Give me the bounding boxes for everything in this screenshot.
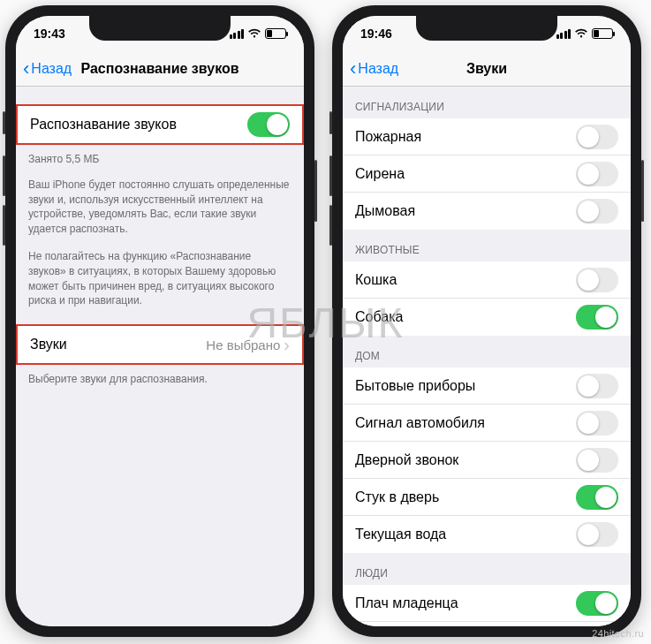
- sound-toggle-row: Крик: [343, 622, 631, 626]
- wifi-icon: [247, 28, 261, 39]
- sound-toggle[interactable]: [576, 374, 618, 398]
- sound-toggle[interactable]: [576, 305, 618, 330]
- wifi-icon: [574, 28, 588, 39]
- phone-right: 19:46 ‹ Назад Звуки СИГНАЛИЗАЦИИПожарная…: [332, 5, 641, 637]
- phone-left: 19:43 ‹ Назад Распознавание звуков Распо…: [5, 5, 314, 637]
- back-label: Назад: [358, 61, 398, 77]
- sound-toggle-row: Стук в дверь: [343, 479, 631, 516]
- description-2: Не полагайтесь на функцию «Распознавание…: [16, 240, 304, 312]
- cell-label: Плач младенца: [355, 595, 458, 611]
- sound-toggle-row: Текущая вода: [343, 516, 631, 553]
- volume-up[interactable]: [3, 155, 5, 196]
- description-1: Ваш iPhone будет постоянно слушать опред…: [16, 170, 304, 240]
- notch: [416, 16, 557, 41]
- cell-label: Звуки: [30, 337, 67, 352]
- sound-recognition-toggle[interactable]: [247, 112, 290, 137]
- nav-bar: ‹ Назад Распознавание звуков: [16, 51, 304, 87]
- back-button[interactable]: ‹ Назад: [343, 59, 398, 79]
- sound-recognition-toggle-row: Распознавание звуков: [16, 104, 304, 145]
- volume-down[interactable]: [3, 205, 5, 246]
- battery-icon: [265, 28, 286, 39]
- cell-label: Стук в дверь: [355, 489, 439, 505]
- cell-label: Распознавание звуков: [30, 117, 177, 133]
- section-header: ЖИВОТНЫЕ: [343, 230, 631, 261]
- nav-bar: ‹ Назад Звуки: [343, 51, 631, 87]
- sound-toggle-row: Бытовые приборы: [343, 367, 631, 405]
- sounds-cell[interactable]: Звуки Не выбрано ›: [18, 326, 302, 363]
- cell-group: Плач младенцаКрик: [343, 585, 631, 626]
- cell-detail: Не выбрано: [206, 337, 280, 352]
- sounds-hint: Выберите звуки для распознавания.: [16, 365, 304, 390]
- sound-toggle[interactable]: [576, 411, 618, 436]
- sound-toggle-row: Кошка: [343, 261, 631, 299]
- chevron-right-icon: ›: [284, 335, 290, 355]
- sound-toggle[interactable]: [576, 591, 618, 616]
- sound-toggle-row: Дымовая: [343, 193, 631, 230]
- cell-label: Кошка: [355, 272, 397, 288]
- sounds-row: Звуки Не выбрано ›: [16, 324, 304, 365]
- sound-toggle[interactable]: [576, 125, 618, 149]
- corner-watermark: 24hitech.ru: [592, 628, 644, 639]
- cell-label: Пожарная: [355, 129, 421, 145]
- chevron-left-icon: ‹: [350, 59, 356, 79]
- sound-toggle-row: Дверной звонок: [343, 442, 631, 479]
- sound-toggle-row: Сирена: [343, 155, 631, 193]
- notch: [89, 16, 231, 41]
- cell-label: Сирена: [355, 166, 405, 182]
- screen: 19:43 ‹ Назад Распознавание звуков Распо…: [16, 16, 304, 626]
- volume-down[interactable]: [329, 205, 332, 246]
- cell-label: Сигнал автомобиля: [355, 415, 485, 431]
- sound-toggle[interactable]: [576, 485, 618, 510]
- cell-group: Бытовые приборыСигнал автомобиляДверной …: [343, 367, 631, 553]
- sound-toggle-row: Собака: [343, 299, 631, 336]
- cell-label: Текущая вода: [355, 527, 446, 542]
- status-icons: [556, 28, 614, 39]
- back-label: Назад: [31, 61, 72, 77]
- sound-toggle[interactable]: [576, 268, 618, 292]
- cell-label: Собака: [355, 309, 403, 325]
- volume-up[interactable]: [329, 155, 332, 196]
- cell-label: Дымовая: [355, 203, 415, 219]
- sound-toggle[interactable]: [576, 522, 618, 547]
- status-time: 19:46: [360, 27, 392, 41]
- sound-toggle-row: Сигнал автомобиля: [343, 405, 631, 442]
- sound-toggle-row: Пожарная: [343, 118, 631, 155]
- power-button[interactable]: [641, 160, 644, 222]
- sound-toggle[interactable]: [576, 448, 618, 473]
- mute-switch[interactable]: [3, 111, 5, 134]
- sound-toggle-row: Плач младенца: [343, 585, 631, 622]
- cellular-icon: [230, 29, 245, 39]
- cell: Распознавание звуков: [18, 106, 302, 143]
- section-header: ЛЮДИ: [343, 553, 631, 585]
- sound-toggle[interactable]: [576, 162, 618, 186]
- power-button[interactable]: [314, 160, 317, 222]
- back-button[interactable]: ‹ Назад: [16, 59, 72, 79]
- storage-footnote: Занято 5,5 МБ: [16, 145, 304, 170]
- status-time: 19:43: [34, 27, 65, 41]
- cell-group: КошкаСобака: [343, 261, 631, 336]
- cellular-icon: [556, 29, 572, 39]
- cell-label: Дверной звонок: [355, 452, 458, 468]
- mute-switch[interactable]: [329, 111, 332, 134]
- content[interactable]: Распознавание звуков Занято 5,5 МБ Ваш i…: [16, 87, 304, 626]
- chevron-left-icon: ‹: [23, 59, 29, 79]
- section-header: СИГНАЛИЗАЦИИ: [343, 87, 631, 118]
- cell-group: ПожарнаяСиренаДымовая: [343, 118, 631, 230]
- battery-icon: [592, 28, 613, 39]
- cell-label: Бытовые приборы: [355, 378, 475, 394]
- content[interactable]: СИГНАЛИЗАЦИИПожарнаяСиренаДымоваяЖИВОТНЫ…: [343, 87, 631, 626]
- screen: 19:46 ‹ Назад Звуки СИГНАЛИЗАЦИИПожарная…: [343, 16, 631, 626]
- sound-toggle[interactable]: [576, 199, 618, 224]
- status-icons: [230, 28, 287, 39]
- section-header: ДОМ: [343, 336, 631, 367]
